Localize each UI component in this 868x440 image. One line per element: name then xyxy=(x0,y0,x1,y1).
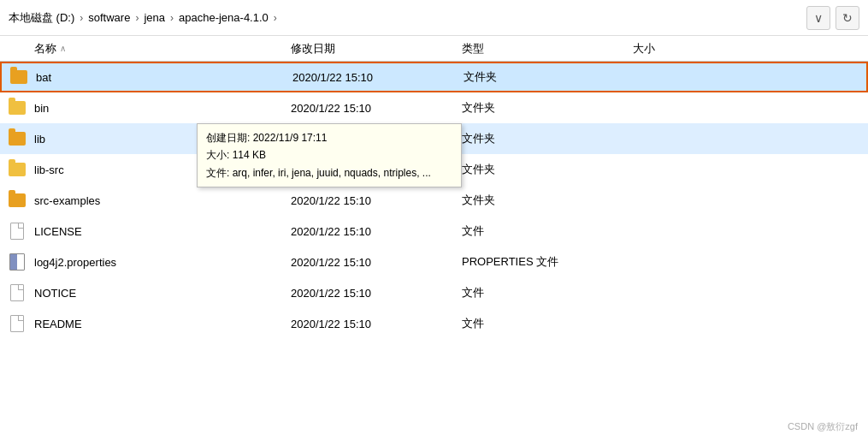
file-date: 2020/1/22 15:10 xyxy=(291,225,462,238)
tooltip-files-value: arq, infer, iri, jena, juuid, nquads, nt… xyxy=(233,167,431,179)
folder-icon xyxy=(2,70,36,84)
file-type: 文件夹 xyxy=(462,193,633,208)
col-type-header[interactable]: 类型 xyxy=(462,41,633,56)
tooltip-size-label: 大小: xyxy=(206,149,229,161)
document-icon xyxy=(0,315,34,332)
file-date: 2020/1/22 15:10 xyxy=(291,318,462,330)
table-row[interactable]: log4j2.properties 2020/1/22 15:10 PROPER… xyxy=(0,247,868,277)
file-name: log4j2.properties xyxy=(34,256,291,269)
main-content: 名称 ∧ 修改日期 类型 大小 bat 2020/1/22 15:10 文件夹 … xyxy=(0,36,868,440)
file-type: 文件夹 xyxy=(462,131,633,146)
col-date-header[interactable]: 修改日期 xyxy=(291,41,462,56)
file-tooltip: 创建日期: 2022/11/9 17:11 大小: 114 KB 文件: arq… xyxy=(197,123,462,187)
table-row[interactable]: NOTICE 2020/1/22 15:10 文件 xyxy=(0,277,868,308)
tooltip-created-label: 创建日期: xyxy=(206,132,250,144)
file-type: 文件夹 xyxy=(462,100,633,116)
column-header: 名称 ∧ 修改日期 类型 大小 xyxy=(0,36,868,62)
file-name: bat xyxy=(36,71,292,84)
table-row[interactable]: bat 2020/1/22 15:10 文件夹 xyxy=(0,62,868,92)
address-bar: 本地磁盘 (D:) › software › jena › apache-jen… xyxy=(0,0,868,36)
breadcrumb-sep-3: › xyxy=(170,12,174,24)
breadcrumb-sep-4: › xyxy=(274,12,277,24)
tooltip-size-value: 114 KB xyxy=(233,149,266,161)
file-name: NOTICE xyxy=(34,287,291,300)
document-icon xyxy=(0,284,34,301)
file-date: 2020/1/22 15:10 xyxy=(292,71,464,84)
breadcrumb-sep-1: › xyxy=(80,12,83,24)
table-row[interactable]: bin 2020/1/22 15:10 文件夹 xyxy=(0,92,868,123)
file-type: 文件 xyxy=(462,285,633,300)
table-row[interactable]: src-examples 2020/1/22 15:10 文件夹 xyxy=(0,185,868,216)
watermark: CSDN @敖衍zgf xyxy=(788,420,858,433)
file-type: 文件夹 xyxy=(464,69,635,85)
properties-icon xyxy=(0,253,34,271)
table-row[interactable]: LICENSE 2020/1/22 15:10 文件 xyxy=(0,216,868,247)
tooltip-files: 文件: arq, infer, iri, jena, juuid, nquads… xyxy=(206,164,452,181)
file-date: 2020/1/22 15:10 xyxy=(291,287,462,300)
col-name-label: 名称 xyxy=(34,41,56,56)
tooltip-created: 创建日期: 2022/11/9 17:11 xyxy=(206,129,452,146)
breadcrumb-local-disk[interactable]: 本地磁盘 (D:) xyxy=(9,10,74,26)
file-type: PROPERTIES 文件 xyxy=(462,254,633,270)
folder-icon xyxy=(0,193,34,207)
file-list: bat 2020/1/22 15:10 文件夹 bin 2020/1/22 15… xyxy=(0,62,868,440)
file-name: src-examples xyxy=(34,194,291,207)
breadcrumb-sep-2: › xyxy=(135,12,139,24)
file-name: README xyxy=(34,318,291,330)
document-icon xyxy=(0,223,34,240)
file-date: 2020/1/22 15:10 xyxy=(291,256,462,269)
col-name-header[interactable]: 名称 ∧ xyxy=(0,41,291,56)
file-type: 文件夹 xyxy=(462,162,633,177)
refresh-button[interactable]: ↻ xyxy=(836,6,859,30)
folder-icon xyxy=(0,163,34,176)
file-type: 文件 xyxy=(462,223,633,239)
file-date: 2020/1/22 15:10 xyxy=(291,102,462,115)
table-row[interactable]: lib 2020/1/22 15:10 文件夹 创建日期: 2022/11/9 … xyxy=(0,123,868,154)
folder-icon xyxy=(0,101,34,115)
tooltip-created-value: 2022/11/9 17:11 xyxy=(253,132,328,144)
file-date: 2020/1/22 15:10 xyxy=(291,194,462,207)
breadcrumb: 本地磁盘 (D:) › software › jena › apache-jen… xyxy=(9,10,801,26)
breadcrumb-jena[interactable]: jena xyxy=(144,11,165,24)
col-size-header[interactable]: 大小 xyxy=(633,41,868,56)
sort-arrow-icon: ∧ xyxy=(60,44,66,53)
breadcrumb-apache-jena: apache-jena-4.1.0 xyxy=(179,11,269,24)
breadcrumb-software[interactable]: software xyxy=(88,11,130,24)
file-name: LICENSE xyxy=(34,225,291,238)
folder-icon xyxy=(0,132,34,146)
file-name: bin xyxy=(34,102,291,115)
dropdown-button[interactable]: ∨ xyxy=(806,6,830,30)
tooltip-size: 大小: 114 KB xyxy=(206,146,452,164)
table-row[interactable]: README 2020/1/22 15:10 文件 xyxy=(0,308,868,339)
tooltip-files-label: 文件: xyxy=(206,167,229,179)
file-type: 文件 xyxy=(462,316,633,331)
